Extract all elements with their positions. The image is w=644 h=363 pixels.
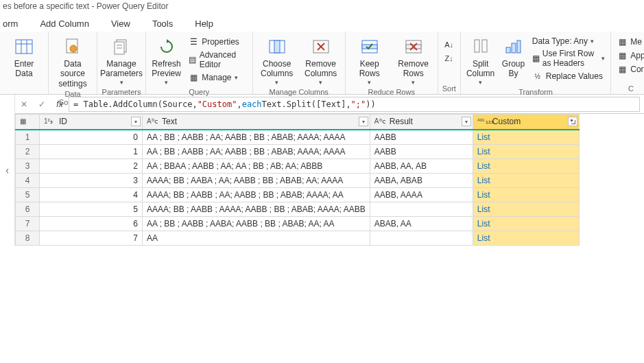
cell-custom[interactable]: List <box>473 216 579 231</box>
cell-text[interactable]: AA <box>143 231 370 245</box>
svg-rect-0 <box>16 40 32 54</box>
advanced-editor-icon: ▤ <box>188 54 197 65</box>
menu-tools[interactable]: Tools <box>152 19 173 29</box>
column-header-result[interactable]: AᴮᴄResult▾ <box>370 115 473 130</box>
cell-id[interactable]: 2 <box>40 159 143 173</box>
cell-result[interactable]: AABB, AA, AB <box>370 159 473 173</box>
cell-result[interactable]: ABAB, AA <box>370 216 473 231</box>
column-dropdown-icon[interactable]: ▾ <box>359 117 368 126</box>
column-header-text[interactable]: AᴮᴄText▾ <box>143 115 370 130</box>
row-number: 3 <box>16 159 40 173</box>
cell-result[interactable]: AABB <box>370 144 473 159</box>
menu-view[interactable]: View <box>111 19 130 29</box>
cell-result[interactable] <box>370 202 473 216</box>
expand-column-icon[interactable] <box>568 117 577 126</box>
cell-result[interactable]: AABB, AAAA <box>370 187 473 202</box>
table-row[interactable]: 10AA ; BB ; AABB ; AA; AABB ; BB ; ABAB;… <box>16 130 580 145</box>
cell-id[interactable]: 4 <box>40 187 143 202</box>
data-grid[interactable]: ▦ 1²₃ID▾ AᴮᴄText▾ AᴮᴄResult▾ ᴬᴮᶜ₁₂₃Custo… <box>15 114 580 246</box>
row-number: 1 <box>16 130 40 145</box>
keep-rows-button[interactable]: Keep Rows <box>350 34 390 88</box>
split-column-icon <box>470 36 492 58</box>
queries-pane-collapse[interactable] <box>0 95 15 246</box>
cell-id[interactable]: 0 <box>40 130 143 145</box>
cell-custom[interactable]: List <box>473 144 579 159</box>
text-type-icon: Aᴮᴄ <box>147 117 159 127</box>
cell-text[interactable]: AAAA; BB ; AABB ; AAAA; AABB ; BB ; ABAB… <box>143 202 370 216</box>
fx-icon: fx <box>51 97 69 112</box>
cell-result[interactable] <box>370 231 473 245</box>
cell-text[interactable]: AAAA; BB ; AABB ; AA; AABB ; BB ; ABAB; … <box>143 187 370 202</box>
manage-button[interactable]: ▦Manage <box>187 71 248 84</box>
cell-custom[interactable]: List <box>473 187 579 202</box>
cell-custom[interactable]: List <box>473 173 579 187</box>
sort-desc-button[interactable]: Z↓ <box>442 52 456 65</box>
headers-icon: ▦ <box>532 53 540 64</box>
cell-text[interactable]: AA ; BB ; AABB ; AA; AABB ; BB ; ABAB; A… <box>143 144 370 159</box>
cell-text[interactable]: AA ; BBAA ; AABB ; AA; AA ; BB ; AB; AA;… <box>143 159 370 173</box>
svg-rect-23 <box>482 40 487 52</box>
append-queries-button[interactable]: ▦App <box>615 49 644 62</box>
enter-data-button[interactable]: Enter Data <box>4 34 44 80</box>
column-dropdown-icon[interactable]: ▾ <box>462 117 471 126</box>
cell-result[interactable]: AABA, ABAB <box>370 173 473 187</box>
merge-queries-button[interactable]: ▦Me <box>615 36 644 48</box>
group-by-button[interactable]: Group By <box>500 34 526 80</box>
combine-group-label: C <box>615 84 644 94</box>
formula-input[interactable]: = Table.AddColumn(Source, "Custom", each… <box>69 97 640 112</box>
combine-files-button[interactable]: ▦Cor <box>615 63 644 75</box>
column-header-id[interactable]: 1²₃ID▾ <box>40 115 143 130</box>
manage-parameters-button[interactable]: Manage Parameters <box>102 34 141 88</box>
cell-id[interactable]: 3 <box>40 173 143 187</box>
cell-text[interactable]: AA ; BB ; AABB ; AABA; AABB ; BB ; ABAB;… <box>143 216 370 231</box>
window-title: es before a specific text - Power Query … <box>0 0 644 15</box>
svg-point-5 <box>70 45 77 52</box>
table-row[interactable]: 32AA ; BBAA ; AABB ; AA; AA ; BB ; AB; A… <box>16 159 580 173</box>
table-row[interactable]: 21AA ; BB ; AABB ; AA; AABB ; BB ; ABAB;… <box>16 144 580 159</box>
menu-help[interactable]: Help <box>195 19 213 29</box>
table-row[interactable]: 43AAAA; BB ; AABA ; AA; AABB ; BB ; ABAB… <box>16 173 580 187</box>
remove-rows-button[interactable]: Remove Rows <box>394 34 433 88</box>
table-row[interactable]: 65AAAA; BB ; AABB ; AAAA; AABB ; BB ; AB… <box>16 202 580 216</box>
table-row[interactable]: 87AAList <box>16 231 580 245</box>
cell-custom[interactable]: List <box>473 130 579 145</box>
advanced-editor-button[interactable]: ▤Advanced Editor <box>187 49 248 70</box>
remove-rows-icon <box>403 36 425 58</box>
cell-result[interactable]: AABB <box>370 130 473 145</box>
cell-custom[interactable]: List <box>473 231 579 245</box>
cell-id[interactable]: 5 <box>40 202 143 216</box>
data-type-dropdown[interactable]: Data Type: Any <box>531 36 607 47</box>
choose-columns-button[interactable]: Choose Columns <box>257 34 297 88</box>
cell-custom[interactable]: List <box>473 159 579 173</box>
choose-columns-icon <box>266 36 288 58</box>
replace-icon: ½ <box>532 71 543 82</box>
commit-formula-button[interactable]: ✓ <box>33 97 51 112</box>
split-column-button[interactable]: Split Column <box>465 34 496 88</box>
table-row[interactable]: 76AA ; BB ; AABB ; AABA; AABB ; BB ; ABA… <box>16 216 580 231</box>
cell-text[interactable]: AA ; BB ; AABB ; AA; AABB ; BB ; ABAB; A… <box>143 130 370 145</box>
table-corner[interactable]: ▦ <box>16 115 40 130</box>
cell-text[interactable]: AAAA; BB ; AABA ; AA; AABB ; BB ; ABAB; … <box>143 173 370 187</box>
refresh-preview-button[interactable]: Refresh Preview <box>150 34 182 88</box>
cell-id[interactable]: 6 <box>40 216 143 231</box>
row-number: 6 <box>16 202 40 216</box>
first-row-headers-button[interactable]: ▦Use First Row as Headers <box>531 48 607 69</box>
remove-columns-button[interactable]: Remove Columns <box>301 34 341 88</box>
group-by-icon <box>502 36 524 58</box>
table-icon: ▦ <box>20 117 32 127</box>
properties-button[interactable]: ☰Properties <box>187 36 248 48</box>
replace-values-button[interactable]: ½Replace Values <box>531 70 607 82</box>
column-header-custom[interactable]: ᴬᴮᶜ₁₂₃Custom <box>473 115 579 130</box>
column-dropdown-icon[interactable]: ▾ <box>131 117 141 126</box>
svg-marker-10 <box>167 39 169 43</box>
table-row[interactable]: 54AAAA; BB ; AABB ; AA; AABB ; BB ; ABAB… <box>16 187 580 202</box>
sort-asc-button[interactable]: A↓ <box>442 38 456 51</box>
cancel-formula-button[interactable]: ✕ <box>15 97 33 112</box>
menu-add-column[interactable]: Add Column <box>40 19 89 29</box>
cell-custom[interactable]: List <box>473 202 579 216</box>
data-source-settings-button[interactable]: Data source settings <box>53 34 93 90</box>
menu-transform[interactable]: orm <box>3 19 18 29</box>
cell-id[interactable]: 7 <box>40 231 143 245</box>
cell-id[interactable]: 1 <box>40 144 143 159</box>
sort-desc-icon: Z↓ <box>444 53 455 64</box>
